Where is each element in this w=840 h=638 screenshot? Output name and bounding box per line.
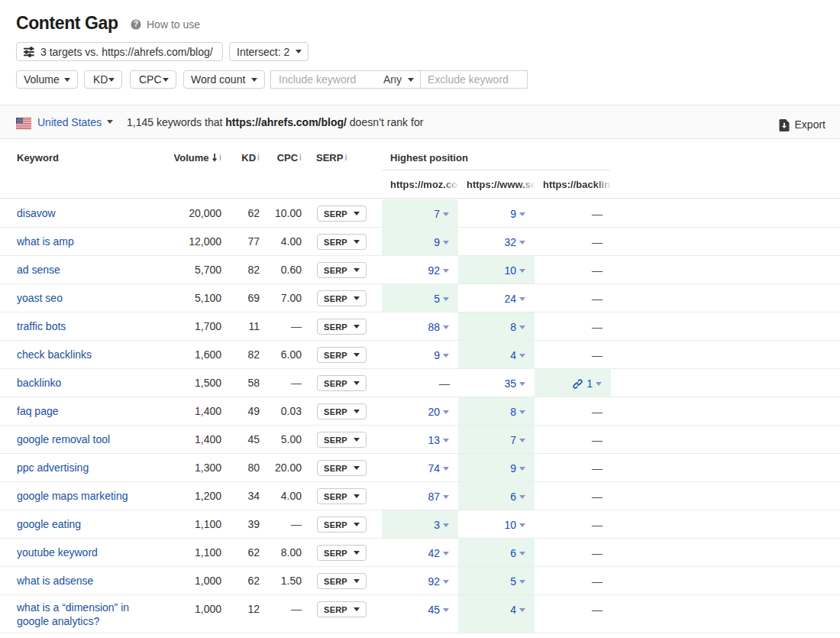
svg-text:?: ? — [134, 19, 138, 28]
